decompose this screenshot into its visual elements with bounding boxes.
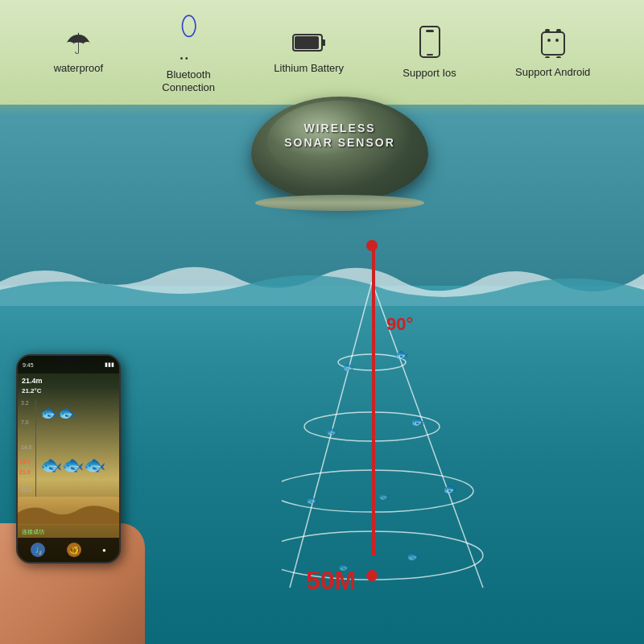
temp-reading: 21.2°C	[22, 386, 43, 395]
svg-text:🐟: 🐟	[326, 425, 338, 437]
ios-icon	[419, 25, 441, 64]
scene: ☂ waterproof ⬯• • BluetoothConnection Li…	[0, 0, 644, 644]
phone-screen: 9:45 ▮▮▮ 21.4m 21.2°C 3.2 7.0 14.0 18.7	[18, 356, 119, 562]
battery-icon	[292, 30, 326, 59]
svg-text:🐟: 🐟	[306, 493, 318, 506]
bluetooth-feature: ⬯• • BluetoothConnection	[162, 10, 215, 93]
depth-line	[372, 242, 375, 555]
fish-group-1: 🐟🐟	[40, 404, 76, 422]
fish-group-2: 🐟🐟🐟	[40, 455, 105, 476]
sonar-device: WIRELESS SONAR SENSOR	[251, 97, 428, 225]
bluetooth-icon: ⬯• •	[180, 10, 197, 65]
svg-rect-9	[545, 29, 550, 32]
svg-rect-10	[556, 29, 561, 32]
depth-mark-4: 18.7	[19, 459, 31, 464]
battery-feature: Lithium Battery	[274, 30, 344, 75]
angle-label: 90°	[386, 314, 413, 335]
seabed	[18, 497, 119, 525]
android-feature: Support Android	[515, 26, 590, 79]
umbrella-icon: ☂	[65, 30, 91, 59]
angle-value: 90°	[386, 314, 413, 334]
depth-mark-5: 21.0	[19, 469, 31, 475]
sonar-band	[255, 195, 424, 211]
ios-feature: Support Ios	[402, 25, 456, 80]
phone-body: 9:45 ▮▮▮ 21.4m 21.2°C 3.2 7.0 14.0 18.7	[16, 354, 121, 564]
depth-reading: 21.4m	[22, 376, 43, 386]
battery-label: Lithium Battery	[274, 62, 344, 75]
svg-rect-8	[556, 56, 561, 58]
phone-btn-2[interactable]: 🐠	[67, 543, 81, 557]
sonar-label: WIRELESS SONAR SENSOR	[251, 121, 428, 150]
phone-notch	[55, 356, 83, 362]
svg-rect-6	[542, 32, 564, 55]
svg-rect-2	[295, 36, 319, 49]
features-bar: ☂ waterproof ⬯• • BluetoothConnection Li…	[0, 0, 644, 105]
svg-rect-5	[427, 54, 433, 56]
depth-mark-1: 3.2	[21, 400, 29, 406]
phone-container: 9:45 ▮▮▮ 21.4m 21.2°C 3.2 7.0 14.0 18.7	[16, 354, 129, 580]
sonar-display-area: 3.2 7.0 14.0 18.7 21.0 28.0 35.0 🐟🐟 🐟🐟🐟	[18, 400, 119, 525]
android-icon	[541, 26, 565, 63]
svg-rect-4	[426, 30, 434, 32]
waterproof-feature: ☂ waterproof	[54, 30, 103, 75]
depth-value: 50M	[306, 566, 356, 595]
phone-depth-text: 21.4m 21.2°C	[22, 376, 43, 395]
svg-text:🐟: 🐟	[378, 490, 390, 502]
svg-rect-1	[322, 39, 325, 46]
connection-status: 连接成功	[22, 528, 44, 536]
depth-mark-3: 14.0	[21, 444, 32, 450]
svg-text:🐟: 🐟	[411, 415, 425, 428]
depth-mark-2: 7.0	[21, 419, 29, 425]
svg-point-12	[555, 39, 559, 42]
svg-text:🐟: 🐟	[407, 549, 420, 563]
svg-rect-7	[545, 56, 550, 58]
line-dot-bottom	[366, 570, 378, 581]
line-dot-top	[366, 240, 378, 251]
svg-point-11	[547, 39, 551, 42]
ios-label: Support Ios	[402, 67, 456, 80]
android-label: Support Android	[515, 66, 590, 79]
phone-status-indicator: ●	[102, 547, 106, 554]
bluetooth-label: BluetoothConnection	[162, 68, 215, 93]
sonar-line2: SONAR SENSOR	[284, 136, 395, 149]
sonar-line1: WIRELESS	[303, 122, 375, 134]
depth-label: 50M	[306, 566, 356, 596]
depth-mark-6: 28.0	[21, 487, 32, 493]
waterproof-label: waterproof	[54, 62, 103, 75]
phone-bottom-bar: 🎣 🐠 ●	[18, 538, 119, 562]
svg-text:🐟: 🐟	[342, 361, 354, 373]
phone-btn-1[interactable]: 🎣	[31, 543, 45, 557]
svg-text:🐟: 🐟	[394, 348, 409, 361]
svg-text:🐟: 🐟	[443, 482, 457, 496]
sonar-body: WIRELESS SONAR SENSOR	[251, 97, 428, 201]
